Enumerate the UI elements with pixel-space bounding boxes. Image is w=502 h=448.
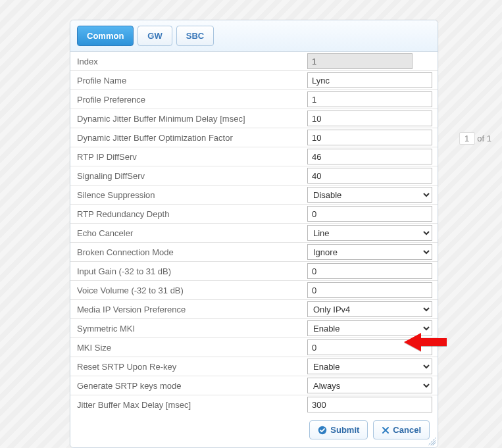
- label-reset-srtp: Reset SRTP Upon Re-key: [70, 359, 307, 374]
- row-input-gain: Input Gain (-32 to 31 dB): [70, 262, 438, 281]
- tab-bar: Common GW SBC: [70, 20, 438, 52]
- dj-opt-factor-input[interactable]: [307, 130, 432, 145]
- settings-panel: Common GW SBC Index Profile Name Profile…: [70, 20, 438, 448]
- row-broken-conn: Broken Connection Mode Ignore: [70, 243, 438, 262]
- label-echo-cancel: Echo Canceler: [70, 226, 307, 241]
- voice-volume-input[interactable]: [307, 282, 432, 298]
- row-gen-srtp: Generate SRTP keys mode Always: [70, 376, 438, 395]
- submit-button[interactable]: Submit: [309, 420, 368, 439]
- submit-label: Submit: [330, 425, 359, 435]
- check-circle-icon: [318, 426, 327, 435]
- x-icon: [382, 426, 389, 434]
- row-profile-name: Profile Name: [70, 71, 438, 90]
- sym-mki-select[interactable]: Enable: [307, 320, 432, 336]
- profile-name-input[interactable]: [307, 72, 432, 88]
- label-ip-ver-pref: Media IP Version Preference: [70, 302, 307, 317]
- row-silence-supp: Silence Suppression Disable: [70, 186, 438, 205]
- label-input-gain: Input Gain (-32 to 31 dB): [70, 264, 307, 279]
- label-gen-srtp: Generate SRTP keys mode: [70, 378, 307, 393]
- gen-srtp-select[interactable]: Always: [307, 378, 432, 393]
- rtp-diffserv-input[interactable]: [307, 149, 432, 164]
- row-mki-size: MKI Size: [70, 338, 438, 357]
- input-gain-input[interactable]: [307, 263, 432, 279]
- row-reset-srtp: Reset SRTP Upon Re-key Enable: [70, 357, 438, 376]
- label-dj-min-delay: Dynamic Jitter Buffer Minimum Delay [mse…: [70, 111, 307, 126]
- page-of: of 1: [477, 134, 491, 143]
- echo-cancel-select[interactable]: Line: [307, 225, 432, 241]
- dj-min-delay-input[interactable]: [307, 111, 432, 126]
- footer: Submit Cancel: [70, 414, 438, 447]
- rtp-redundancy-input[interactable]: [307, 206, 432, 222]
- label-mki-size: MKI Size: [70, 340, 307, 355]
- row-echo-cancel: Echo Canceler Line: [70, 224, 438, 243]
- broken-conn-select[interactable]: Ignore: [307, 244, 432, 260]
- label-rtp-diffserv: RTP IP DiffServ: [70, 149, 307, 164]
- row-index: Index: [70, 52, 438, 71]
- label-index: Index: [70, 54, 307, 69]
- label-rtp-redundancy: RTP Redundancy Depth: [70, 207, 307, 222]
- resize-handle[interactable]: [428, 437, 436, 445]
- page-info: 1 of 1: [459, 132, 491, 145]
- tab-gw[interactable]: GW: [138, 26, 172, 46]
- profile-pref-input[interactable]: [307, 91, 432, 107]
- row-rtp-redundancy: RTP Redundancy Depth: [70, 205, 438, 224]
- tab-sbc[interactable]: SBC: [176, 26, 214, 46]
- label-sym-mki: Symmetric MKI: [70, 321, 307, 336]
- form-body: Index Profile Name Profile Preference Dy…: [70, 52, 438, 414]
- tab-common[interactable]: Common: [77, 26, 134, 46]
- row-profile-pref: Profile Preference: [70, 90, 438, 109]
- label-voice-volume: Voice Volume (-32 to 31 dB): [70, 283, 307, 298]
- cancel-button[interactable]: Cancel: [373, 420, 430, 439]
- index-input: [307, 53, 413, 69]
- row-rtp-diffserv: RTP IP DiffServ: [70, 147, 438, 166]
- row-jb-max-delay: Jitter Buffer Max Delay [msec]: [70, 395, 438, 414]
- row-voice-volume: Voice Volume (-32 to 31 dB): [70, 281, 438, 300]
- mki-size-input[interactable]: [307, 339, 432, 355]
- ip-ver-pref-select[interactable]: Only IPv4: [307, 301, 432, 317]
- jb-max-delay-input[interactable]: [307, 397, 432, 412]
- label-broken-conn: Broken Connection Mode: [70, 245, 307, 260]
- label-profile-pref: Profile Preference: [70, 92, 307, 107]
- reset-srtp-select[interactable]: Enable: [307, 359, 432, 374]
- page-number: 1: [459, 132, 475, 145]
- sig-diffserv-input[interactable]: [307, 168, 432, 184]
- row-dj-min-delay: Dynamic Jitter Buffer Minimum Delay [mse…: [70, 109, 438, 128]
- label-dj-opt-factor: Dynamic Jitter Buffer Optimization Facto…: [70, 130, 307, 145]
- label-silence-supp: Silence Suppression: [70, 187, 307, 203]
- label-jb-max-delay: Jitter Buffer Max Delay [msec]: [70, 397, 307, 412]
- cancel-label: Cancel: [393, 425, 421, 435]
- label-sig-diffserv: Signaling DiffServ: [70, 168, 307, 184]
- row-dj-opt-factor: Dynamic Jitter Buffer Optimization Facto…: [70, 128, 438, 147]
- label-profile-name: Profile Name: [70, 73, 307, 88]
- row-ip-ver-pref: Media IP Version Preference Only IPv4: [70, 300, 438, 319]
- row-sig-diffserv: Signaling DiffServ: [70, 166, 438, 186]
- row-sym-mki: Symmetric MKI Enable: [70, 319, 438, 338]
- silence-supp-select[interactable]: Disable: [307, 187, 432, 203]
